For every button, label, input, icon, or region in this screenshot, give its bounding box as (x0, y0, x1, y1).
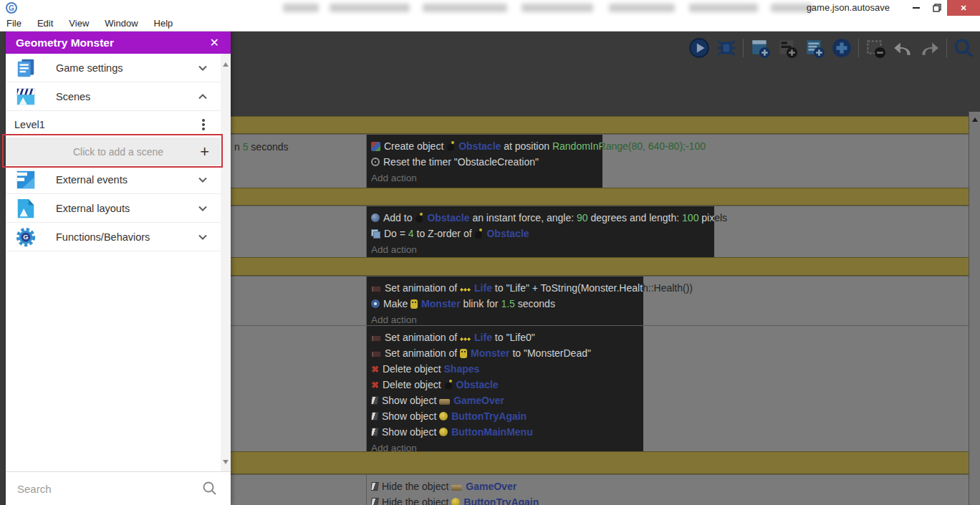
events-scrollbar[interactable] (969, 112, 980, 505)
gameover-icon (451, 485, 462, 491)
toolbar-separator (858, 39, 859, 57)
object-name: Shapes (444, 363, 480, 375)
object-name: Monster (421, 298, 460, 309)
drawer-scrollbar[interactable] (221, 54, 231, 471)
kebab-menu-icon[interactable] (202, 119, 205, 122)
project-title: Geometry Monster (16, 37, 210, 49)
actions-cell[interactable]: Create object Obstacle at position Rando… (367, 135, 969, 188)
menu-help[interactable]: Help (147, 18, 182, 29)
scenes-icon (15, 86, 37, 107)
object-name: ButtonMainMenu (451, 426, 533, 438)
button-icon (439, 412, 448, 420)
menu-view[interactable]: View (62, 18, 97, 29)
conditions-cell[interactable]: n 5 seconds (231, 135, 367, 188)
obstacle-icon (444, 380, 453, 390)
game-settings-icon (15, 57, 37, 79)
add-comment-button[interactable] (804, 37, 825, 59)
menu-edit[interactable]: Edit (30, 18, 62, 29)
minimize-button[interactable] (905, 0, 927, 16)
chevron-down-icon[interactable] (196, 62, 209, 74)
condition-line[interactable]: n 5 seconds (234, 139, 365, 155)
delete-icon: ✖ (371, 380, 379, 390)
object-name: ButtonTryAgain (463, 496, 539, 505)
search-events-button[interactable] (953, 37, 974, 59)
conditions-cell[interactable] (231, 475, 367, 505)
add-subevent-button[interactable] (777, 37, 798, 59)
event-row[interactable]: Hide the object GameOverHide the object … (231, 474, 969, 505)
actions-cell[interactable]: Set animation of Life to "Life" + ToStri… (367, 276, 969, 325)
drawer-close-button[interactable]: ✕ (210, 37, 219, 49)
search-input[interactable]: Search (17, 483, 202, 495)
add-event-button[interactable] (749, 37, 771, 59)
comment-row[interactable] (231, 257, 969, 276)
project-manager-drawer: Geometry Monster ✕ Game settingsScenesLe… (6, 32, 231, 505)
sidebar-item-label: Scenes (56, 91, 196, 102)
restore-button[interactable] (927, 0, 947, 16)
sidebar-item-external-layouts[interactable]: External layouts (6, 194, 231, 223)
remove-event-button[interactable] (865, 37, 886, 59)
object-name: Life (474, 282, 492, 294)
event-row[interactable]: Add to Obstacle an instant force, angle:… (231, 206, 969, 257)
redo-button[interactable] (919, 37, 941, 59)
show-icon (371, 396, 379, 405)
object-name: GameOver (453, 395, 504, 406)
expression-value: 90 (577, 212, 588, 223)
gameover-icon (439, 399, 450, 405)
force-icon (371, 213, 380, 222)
expression-value: 4 (408, 228, 414, 239)
menubar: FileEditViewWindowHelp (0, 16, 980, 32)
scene-name: Level1 (14, 119, 202, 130)
actions-cell[interactable]: Hide the object GameOverHide the object … (367, 475, 969, 505)
obstacle-icon (415, 213, 423, 223)
action-line[interactable]: Hide the object GameOver (371, 478, 969, 494)
sidebar-item-external-events[interactable]: External events (6, 165, 231, 194)
comment-row[interactable] (231, 451, 969, 474)
gdevelop-logo-icon: G (6, 2, 17, 14)
conditions-cell[interactable] (231, 206, 367, 257)
animation-icon (371, 286, 381, 292)
toolbar-separator (743, 39, 744, 57)
search-icon (202, 481, 218, 496)
menu-file[interactable]: File (0, 18, 30, 29)
action-line[interactable]: Hide the object ButtonTryAgain (371, 494, 969, 505)
event-row[interactable]: n 5 secondsCreate object Obstacle at pos… (231, 134, 969, 188)
obstacle-icon (474, 229, 483, 239)
debug-button[interactable] (716, 37, 737, 59)
zorder-icon (371, 229, 380, 239)
chevron-down-icon[interactable] (196, 173, 209, 186)
comment-row[interactable] (231, 116, 969, 134)
conditions-cell[interactable] (231, 326, 367, 451)
conditions-cell[interactable] (231, 276, 367, 325)
hide-icon (371, 482, 379, 491)
delete-icon: ✖ (371, 365, 379, 374)
undo-button[interactable] (892, 37, 913, 59)
actions-cell[interactable]: Add to Obstacle an instant force, angle:… (367, 206, 969, 257)
sidebar-item-functions-behaviors[interactable]: GFunctions/Behaviors (6, 223, 231, 251)
sidebar-item-game-settings[interactable]: Game settings (6, 54, 231, 82)
scroll-up-icon[interactable] (972, 117, 978, 122)
blink-icon (371, 299, 380, 308)
actions-cell[interactable]: Set animation of Life to "Life0"Set anim… (367, 326, 969, 451)
preview-button[interactable] (688, 37, 710, 59)
menu-window[interactable]: Window (97, 18, 146, 29)
expression-value: 1.5 (501, 298, 514, 309)
add-event-choice-button[interactable] (831, 37, 852, 59)
events-toolbar (688, 36, 974, 60)
object-name: ButtonTryAgain (451, 410, 527, 422)
comment-row[interactable] (231, 188, 969, 206)
scroll-up-icon[interactable] (223, 62, 229, 67)
object-name: GameOver (466, 481, 517, 492)
sidebar-item-scenes[interactable]: Scenes (6, 82, 231, 111)
chevron-down-icon[interactable] (196, 231, 209, 244)
event-row[interactable]: Set animation of Life to "Life" + ToStri… (231, 276, 969, 325)
chevron-down-icon[interactable] (196, 202, 209, 215)
object-name: Obstacle (486, 228, 529, 239)
chevron-up-icon[interactable] (196, 90, 209, 103)
timer-icon (371, 158, 380, 166)
scroll-down-icon[interactable] (223, 460, 229, 464)
show-icon (371, 428, 379, 436)
project-search[interactable]: Search (6, 471, 231, 505)
expression-value: 100 (682, 212, 698, 223)
event-row[interactable]: Set animation of Life to "Life0"Set anim… (231, 325, 969, 451)
close-button[interactable]: ✕ (947, 0, 980, 16)
